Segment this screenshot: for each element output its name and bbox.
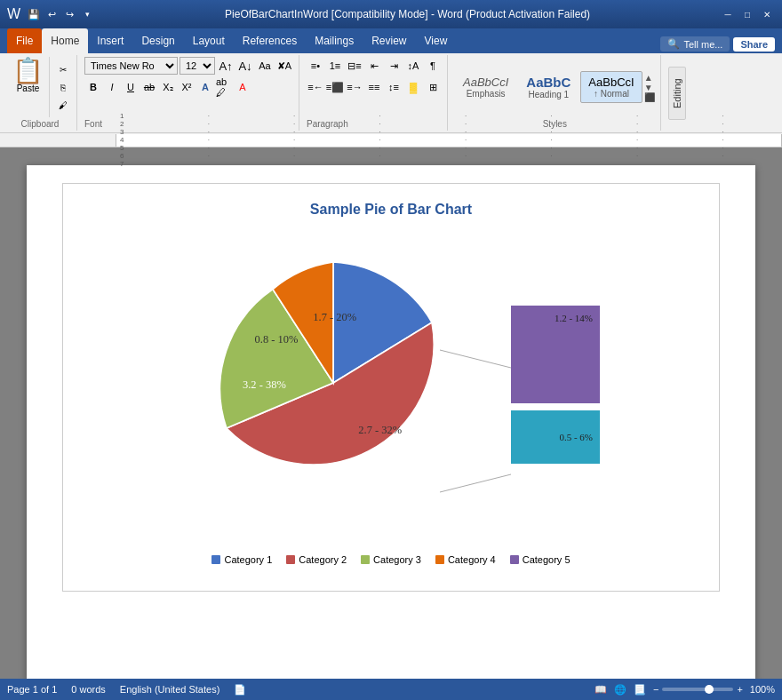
word-count: 0 words	[71, 684, 106, 695]
legend-dot-cat4	[435, 555, 444, 564]
font-name-select[interactable]: Times New Ro	[84, 57, 178, 75]
bold-button[interactable]: B	[84, 78, 102, 96]
tab-design[interactable]: Design	[132, 28, 183, 53]
clear-formatting-button[interactable]: ✘A	[275, 57, 293, 75]
sort-button[interactable]: ↕A	[404, 57, 422, 75]
close-button[interactable]: ✕	[759, 6, 775, 22]
align-right-button[interactable]: ≡→	[346, 78, 363, 96]
maximize-button[interactable]: □	[739, 6, 755, 22]
numbering-button[interactable]: 1≡	[326, 57, 344, 75]
multilevel-list-button[interactable]: ⊟≡	[346, 57, 363, 75]
align-left-button[interactable]: ≡←	[307, 78, 324, 96]
font-size-select[interactable]: 12	[180, 57, 215, 75]
shading-button[interactable]: ▓	[404, 78, 422, 96]
tab-review[interactable]: Review	[363, 28, 415, 53]
tab-layout[interactable]: Layout	[184, 28, 234, 53]
bar-purple: 1.2 - 14%	[511, 306, 600, 403]
bar-item-purple: 1.2 - 14%	[511, 306, 600, 403]
font-color-button[interactable]: A	[234, 78, 251, 96]
legend-cat2: Category 2	[286, 554, 347, 565]
subscript-button[interactable]: X₂	[159, 78, 177, 96]
chart-legend: Category 1 Category 2 Category 3 Categor…	[211, 554, 570, 565]
tab-references[interactable]: References	[234, 28, 306, 53]
view-read-icon[interactable]: 📃	[634, 684, 646, 696]
redo-icon[interactable]: ↪	[61, 6, 77, 22]
style-emphasis[interactable]: AaBbCcI Emphasis	[455, 71, 516, 103]
minimize-button[interactable]: ─	[720, 6, 736, 22]
increase-indent-button[interactable]: ⇥	[385, 57, 403, 75]
svg-text:1.7 - 20%: 1.7 - 20%	[313, 311, 356, 323]
zoom-level: 100%	[750, 684, 775, 695]
svg-text:3.2 - 38%: 3.2 - 38%	[243, 378, 286, 391]
legend-label-cat3: Category 3	[373, 554, 421, 565]
clipboard-group: 📋 Paste ✂ ⎘ 🖌 Clipboard	[4, 55, 77, 131]
tab-file[interactable]: File	[7, 28, 42, 53]
search-icon: 🔍	[667, 38, 680, 50]
status-right: 📖 🌐 📃 − + 100%	[594, 684, 775, 696]
increase-font-button[interactable]: A↑	[217, 57, 235, 75]
legend-label-cat5: Category 5	[523, 554, 571, 565]
bullets-button[interactable]: ≡•	[307, 57, 324, 75]
pie-chart-wrapper: 2.7 - 32% 3.2 - 38% 0.8 - 10% 1.7 - 20%	[182, 232, 484, 537]
superscript-button[interactable]: X²	[178, 78, 196, 96]
styles-scroll-buttons: ▲ ▼ ⬛	[644, 73, 655, 102]
view-web-icon[interactable]: 🌐	[614, 684, 626, 696]
tell-me-button[interactable]: 🔍 Tell me...	[660, 36, 730, 52]
svg-text:2.7 - 32%: 2.7 - 32%	[358, 424, 402, 436]
page: Sample Pie of Bar Chart	[27, 165, 755, 679]
para-row1: ≡• 1≡ ⊟≡ ⇤ ⇥ ↕A ¶	[307, 57, 442, 75]
connector-svg	[440, 323, 511, 519]
chart-body: 2.7 - 32% 3.2 - 38% 0.8 - 10% 1.7 - 20%	[81, 232, 701, 537]
tab-insert[interactable]: Insert	[88, 28, 132, 53]
change-case-button[interactable]: Aa	[256, 57, 274, 75]
status-bar: Page 1 of 1 0 words English (United Stat…	[0, 679, 782, 700]
paste-button[interactable]: 📋 Paste	[7, 57, 50, 117]
styles-scroll-up[interactable]: ▲	[644, 73, 655, 83]
cut-button[interactable]: ✂	[53, 61, 73, 77]
word-icon: W	[7, 6, 20, 22]
text-effects-button[interactable]: A	[196, 78, 214, 96]
document-icon[interactable]: 📄	[234, 684, 246, 696]
save-icon[interactable]: 💾	[26, 6, 42, 22]
title-bar-left: W 💾 ↩ ↪ ▾	[7, 6, 95, 22]
italic-button[interactable]: I	[103, 78, 121, 96]
decrease-indent-button[interactable]: ⇤	[365, 57, 383, 75]
align-center-button[interactable]: ≡⬛	[326, 78, 344, 96]
tab-home[interactable]: Home	[42, 28, 88, 53]
zoom-out-button[interactable]: −	[653, 684, 658, 695]
legend-cat5: Category 5	[510, 554, 571, 565]
bar-teal: 0.5 - 6%	[511, 410, 600, 464]
underline-button[interactable]: U	[122, 78, 140, 96]
document-area: Sample Pie of Bar Chart	[0, 147, 782, 679]
line-spacing-button[interactable]: ↕≡	[385, 78, 403, 96]
justify-button[interactable]: ≡≡	[365, 78, 383, 96]
zoom-controls: − + 100%	[653, 684, 775, 695]
borders-button[interactable]: ⊞	[424, 78, 442, 96]
text-highlight-button[interactable]: ab🖊	[215, 78, 233, 96]
copy-button[interactable]: ⎘	[53, 79, 73, 95]
bar-purple-label: 1.2 - 14%	[555, 313, 593, 323]
chart-container[interactable]: Sample Pie of Bar Chart	[62, 183, 720, 592]
undo-icon[interactable]: ↩	[44, 6, 60, 22]
legend-label-cat4: Category 4	[448, 554, 496, 565]
more-icon[interactable]: ▾	[79, 6, 95, 22]
decrease-font-button[interactable]: A↓	[236, 57, 254, 75]
language: English (United States)	[120, 684, 220, 695]
zoom-in-button[interactable]: +	[737, 684, 742, 695]
share-button[interactable]: Share	[733, 37, 775, 52]
strikethrough-button[interactable]: ab	[140, 78, 158, 96]
styles-expand[interactable]: ⬛	[644, 92, 655, 102]
show-formatting-button[interactable]: ¶	[424, 57, 442, 75]
style-normal[interactable]: AaBbCcI ↑ Normal	[580, 71, 642, 103]
ribbon-tab-right: 🔍 Tell me... Share	[660, 36, 782, 53]
styles-scroll-down[interactable]: ▼	[644, 83, 655, 92]
title-bar: W 💾 ↩ ↪ ▾ PieOfBarChartInWord [Compatibi…	[0, 0, 782, 28]
quick-access-toolbar: 💾 ↩ ↪ ▾	[26, 6, 95, 22]
format-painter-button[interactable]: 🖌	[53, 97, 73, 113]
view-print-icon[interactable]: 📖	[594, 684, 607, 696]
tab-mailings[interactable]: Mailings	[306, 28, 363, 53]
style-heading1[interactable]: AaBbC Heading 1	[518, 70, 579, 104]
tab-view[interactable]: View	[416, 28, 457, 53]
zoom-slider[interactable]	[662, 688, 733, 691]
font-format-row: B I U ab X₂ X² A ab🖊 A	[84, 78, 251, 96]
